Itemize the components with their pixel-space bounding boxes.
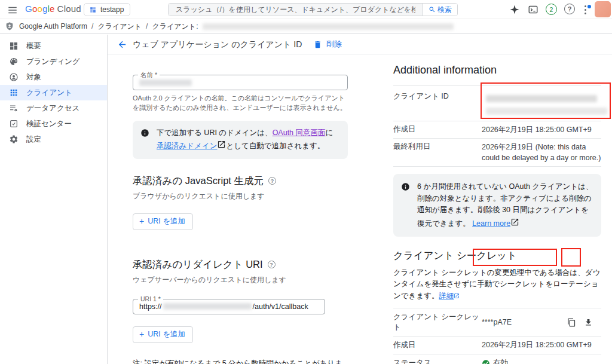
data-access-icon <box>9 103 19 113</box>
js-origins-subtitle: ブラウザからのリクエストに使用します <box>133 191 348 201</box>
search-input[interactable] <box>169 4 423 16</box>
copy-icon[interactable] <box>567 318 576 327</box>
client-id-label: クライアント ID <box>393 91 482 115</box>
external-link-icon <box>217 140 226 149</box>
secret-desc-text: クライアント シークレットの変更処理中である場合は、ダウンタイムを発生させずに手… <box>393 268 600 300</box>
redacted-client-id-line2 <box>486 108 607 115</box>
breadcrumb-item-client: クライアント: <box>152 22 198 32</box>
google-cloud-logo[interactable]: GoogleCloud <box>25 4 81 14</box>
secret-value: ****pA7E <box>482 318 567 326</box>
sidebar-item-settings[interactable]: 設定 <box>0 131 107 147</box>
breadcrumb-separator: / <box>146 22 148 30</box>
project-icon <box>89 6 97 14</box>
last-used-label: 最終利用日 <box>393 142 482 163</box>
sidebar-item-branding[interactable]: ブランディング <box>0 54 107 69</box>
client-secret-table: クライアント シークレット ****pA7E 作成日 2026年2月19日 18… <box>393 308 601 364</box>
domain-info-post: として自動で追加されます。 <box>226 142 325 150</box>
breadcrumb-item-auth-platform[interactable]: Google Auth Platform <box>19 22 87 30</box>
cloud-shell-icon[interactable] <box>528 4 538 15</box>
help-icon[interactable]: ? <box>564 4 575 14</box>
verification-check-icon <box>9 119 19 129</box>
search-button[interactable]: 検索 <box>423 4 457 16</box>
check-circle-icon <box>482 359 490 364</box>
help-glyph: ? <box>270 262 273 268</box>
breadcrumb-separator: / <box>91 22 93 30</box>
oauth-consent-link[interactable]: OAuth 同意画面 <box>273 129 326 137</box>
additional-info-title: Additional information <box>393 64 601 77</box>
client-id-row: クライアント ID <box>393 85 601 121</box>
redacted-client-id-line1 <box>486 95 597 102</box>
add-redirect-uri-button[interactable]: + URI を追加 <box>133 326 193 343</box>
client-name-input[interactable]: 名前 * <box>133 75 348 90</box>
secret-actions <box>567 318 593 327</box>
domain-info-pre: 下で追加する URI のドメインは、 <box>157 129 273 137</box>
sidebar-item-label: 設定 <box>26 134 41 145</box>
inactive-client-text: 6 か月間使用されていない OAuth クライアントは、削除の対象となります。非… <box>417 181 593 230</box>
sidebar-item-label: 概要 <box>26 41 41 51</box>
add-uri-label: URI を追加 <box>148 329 185 339</box>
back-arrow-icon[interactable] <box>117 39 127 50</box>
learn-more-link[interactable]: Learn more <box>472 219 510 228</box>
account-icon <box>9 72 19 82</box>
project-selector[interactable]: testapp <box>84 3 130 16</box>
domain-info-box: 下で追加する URI のドメインは、OAuth 同意画面に承認済みドメインとして… <box>133 121 348 159</box>
add-js-origin-uri-button[interactable]: + URI を追加 <box>133 213 193 230</box>
page-header: ウェブ アプリケーション のクライアント ID 削除 <box>108 35 612 54</box>
logo-letter: o <box>37 4 42 14</box>
menu-icon[interactable] <box>7 5 18 14</box>
secret-details-link[interactable]: 詳細 <box>439 292 454 300</box>
secret-label: クライアント シークレット <box>393 312 482 332</box>
logo-letter: e <box>50 4 55 14</box>
help-circle-icon[interactable]: ? <box>268 261 276 268</box>
inactive-client-info-box: 6 か月間使用されていない OAuth クライアントは、削除の対象となります。非… <box>393 174 601 237</box>
avatar[interactable] <box>595 1 611 17</box>
redacted-client-name <box>203 23 454 30</box>
search-icon <box>429 6 436 13</box>
sidebar-item-clients[interactable]: クライアント <box>0 85 107 100</box>
authorized-domains-link[interactable]: 承認済みドメイン <box>157 142 217 150</box>
sidebar-item-label: 対象 <box>26 72 41 82</box>
status-badge: 有効 <box>482 358 508 364</box>
created-label: 作成日 <box>393 124 482 135</box>
redirect-uri-input[interactable]: URI 1 * https:// /auth/v1/callback <box>133 299 325 314</box>
domain-info-text: 下で追加する URI のドメインは、OAuth 同意画面に承認済みドメインとして… <box>157 127 339 152</box>
name-helper-text: OAuth 2.0 クライアントの名前。この名前はコンソールでクライアントを識別… <box>133 94 348 113</box>
breadcrumb-item-clients[interactable]: クライアント <box>97 22 142 32</box>
plus-icon: + <box>139 330 144 338</box>
dashboard-icon <box>9 41 19 51</box>
uri-prefix: https:// <box>139 302 162 311</box>
breadcrumb: Google Auth Platform / クライアント / クライアント: <box>0 19 612 34</box>
domain-info-mid: に <box>326 129 333 137</box>
more-menu-icon[interactable] <box>583 5 591 14</box>
delete-button[interactable]: 削除 <box>313 39 342 50</box>
gear-icon <box>9 134 19 144</box>
notifications-badge[interactable]: 2 <box>546 4 557 15</box>
secret-created-row: 作成日 2026年2月19日 18:25:00 GMT+9 <box>393 336 601 354</box>
google-cloud-console: GoogleCloud testapp 検索 2 ? <box>0 0 612 364</box>
status-value: 有効 <box>493 358 508 364</box>
last-used-value: 2026年2月19日 (Note: this data could be del… <box>482 142 601 163</box>
download-icon[interactable] <box>584 318 593 327</box>
js-origins-heading: 承認済みの JavaScript 生成元 ? <box>133 175 348 188</box>
status-label: ステータス <box>393 358 482 364</box>
sidebar-item-overview[interactable]: 概要 <box>0 38 107 54</box>
redacted-name-value <box>139 79 192 86</box>
redirect-uris-heading: 承認済みのリダイレクト URI ? <box>133 258 348 271</box>
help-circle-icon[interactable]: ? <box>268 177 276 185</box>
info-icon <box>401 182 410 191</box>
js-origins-title: 承認済みの JavaScript 生成元 <box>133 175 264 188</box>
sidebar-item-verification-center[interactable]: 検証センター <box>0 116 107 131</box>
additional-info-panel: Additional information クライアント ID 作成日 202… <box>393 54 601 364</box>
trash-icon <box>313 40 322 49</box>
last-used-row: 最終利用日 2026年2月19日 (Note: this data could … <box>393 138 601 166</box>
sidebar-item-data-access[interactable]: データアクセス <box>0 100 107 116</box>
page-title: ウェブ アプリケーション のクライアント ID <box>133 39 302 50</box>
gemini-sparkle-icon[interactable] <box>509 4 520 15</box>
secret-status-row: ステータス 有効 <box>393 354 601 364</box>
sidebar-item-audience[interactable]: 対象 <box>0 69 107 85</box>
secret-created-label: 作成日 <box>393 340 482 350</box>
client-secret-description: クライアント シークレットの変更処理中である場合は、ダウンタイムを発生させずに手… <box>393 267 601 302</box>
sidebar-item-label: データアクセス <box>26 103 79 114</box>
client-info-table: クライアント ID 作成日 2026年2月19日 18:25:00 GMT+9 … <box>393 85 601 167</box>
help-glyph: ? <box>568 5 572 13</box>
